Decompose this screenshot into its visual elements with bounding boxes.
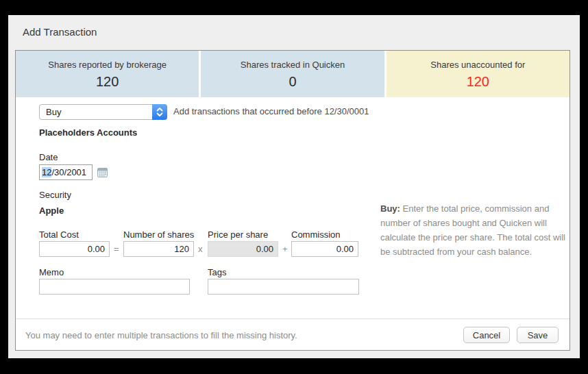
footer-divider [16,319,569,319]
add-transaction-dialog: Add Transaction Shares reported by broke… [8,15,580,358]
tags-label: Tags [208,267,226,277]
number-of-shares-label: Number of shares [123,229,194,240]
summary-label: Shares unaccounted for [387,60,569,70]
commission-input[interactable] [291,241,358,257]
multiply-operator: x [198,244,203,254]
price-per-share-label: Price per share [208,229,268,240]
summary-label: Shares reported by brokerage [16,60,199,70]
date-selected-segment: 12 [42,167,51,177]
price-per-share-input [208,241,278,257]
total-cost-label: Total Cost [39,229,79,240]
security-value: Apple [39,205,64,216]
shares-summary-row: Shares reported by brokerage 120 Shares … [16,51,569,97]
plus-operator: + [282,244,288,254]
transaction-panel: Shares reported by brokerage 120 Shares … [15,50,570,351]
footer-note: You may need to enter multiple transacti… [25,330,297,340]
save-button[interactable]: Save [517,327,559,343]
dialog-title: Add Transaction [23,26,97,38]
buy-help-body: Enter the total price, commission and nu… [380,203,565,257]
account-name: Placeholders Accounts [39,127,137,138]
date-label: Date [39,152,58,162]
memo-label: Memo [39,267,64,277]
buy-help-text: Buy: Enter the total price, commission a… [380,201,572,259]
buy-help-lead: Buy: [380,203,400,214]
security-label: Security [39,190,71,200]
total-cost-input[interactable] [39,241,110,257]
date-remainder: /30/2001 [51,167,86,177]
calendar-icon[interactable] [97,167,108,177]
date-input[interactable]: 12/30/2001 [39,164,93,180]
commission-label: Commission [291,229,341,240]
occurred-before-note: Add transactions that occurred before 12… [173,106,369,116]
summary-cell-unaccounted: Shares unaccounted for 120 [387,51,569,97]
transaction-type-value: Buy [40,107,152,117]
cancel-button[interactable]: Cancel [463,327,510,343]
equals-operator: = [114,244,119,254]
summary-value-alert: 120 [387,74,569,90]
summary-value: 120 [16,74,199,90]
number-of-shares-input[interactable] [123,241,194,257]
summary-value: 0 [201,74,384,90]
summary-label: Shares tracked in Quicken [201,60,384,70]
transaction-type-select[interactable]: Buy [39,104,167,120]
summary-cell-brokerage: Shares reported by brokerage 120 [16,51,199,97]
select-stepper-icon [152,104,167,120]
tags-input[interactable] [208,279,359,295]
summary-cell-quicken: Shares tracked in Quicken 0 [201,51,384,97]
memo-input[interactable] [39,279,190,295]
